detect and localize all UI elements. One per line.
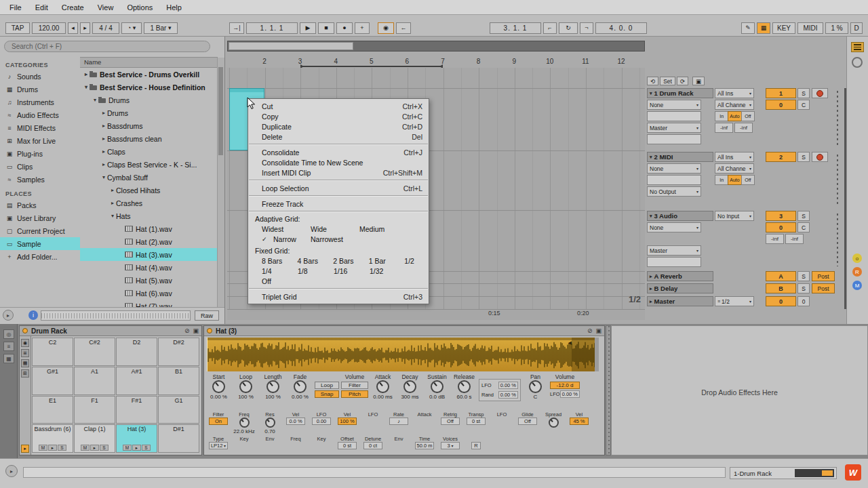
param-detune[interactable]: Detune0 ct bbox=[361, 436, 385, 449]
io-dropdown-no-output[interactable]: No Output▾ bbox=[647, 186, 701, 197]
loop-region-marker[interactable] bbox=[300, 66, 443, 67]
save-preset-icon[interactable]: ▣ bbox=[193, 327, 199, 334]
filter-page-button[interactable]: Filter bbox=[341, 382, 368, 389]
info-toggle-button[interactable]: i bbox=[28, 310, 38, 320]
param-time[interactable]: Time50.0 m bbox=[412, 436, 437, 449]
menu-item-insert-midi-clip[interactable]: Insert MIDI ClipCtrl+Shift+M bbox=[248, 167, 429, 178]
scrollbar-thumb[interactable] bbox=[218, 67, 223, 155]
menu-help[interactable]: Help bbox=[159, 1, 189, 14]
category-plug-ins[interactable]: ▣Plug-ins bbox=[0, 147, 80, 160]
raw-button[interactable]: Raw bbox=[195, 310, 219, 321]
rack-play-icon[interactable]: ▸ bbox=[21, 445, 29, 453]
menu-item-triplet-grid[interactable]: Triplet GridCtrl+3 bbox=[248, 291, 429, 302]
post-button[interactable]: Post bbox=[812, 271, 835, 281]
collapse-arrow-icon[interactable]: ▾ bbox=[650, 214, 652, 219]
macro-view-icon[interactable]: ◉ bbox=[21, 339, 29, 347]
param-value[interactable]: Off bbox=[441, 418, 460, 425]
tree-item-hat-2-wav[interactable]: Hat (2).wav bbox=[80, 235, 218, 248]
expander-icon[interactable]: ▸ bbox=[109, 187, 116, 193]
menu-edit[interactable]: Edit bbox=[28, 1, 55, 14]
track-number-badge[interactable]: 3 bbox=[766, 211, 796, 221]
collapse-arrow-icon[interactable]: ▸ bbox=[650, 286, 652, 291]
solo-button[interactable]: S bbox=[797, 283, 810, 293]
track-name[interactable]: ▸A Reverb bbox=[647, 271, 713, 281]
param-r[interactable]: R bbox=[464, 436, 488, 449]
param-voices[interactable]: Voices3 ▾ bbox=[438, 436, 462, 449]
expander-icon[interactable]: ▸ bbox=[109, 200, 116, 206]
track-name[interactable]: ▾3 Audio bbox=[647, 211, 713, 221]
drum-pad-e1[interactable]: E1 bbox=[32, 396, 73, 424]
chain-list-icon[interactable]: ≡ bbox=[3, 342, 14, 351]
solo-button[interactable]: S bbox=[797, 211, 810, 221]
param-offset[interactable]: Offset0 st bbox=[335, 436, 359, 449]
tree-item-bassdrums-clean[interactable]: ▸Bassdrums clean bbox=[80, 132, 218, 145]
tempo-display[interactable]: 120.00 bbox=[32, 22, 66, 34]
drum-rack-title-bar[interactable]: Drum Rack ⊘ ▣ bbox=[20, 326, 201, 336]
param-rate[interactable]: Rate♪ bbox=[387, 411, 411, 425]
set-locator-button[interactable]: Set bbox=[660, 77, 675, 85]
drum-pad-f-1[interactable]: F#1 bbox=[116, 396, 157, 424]
param-attack[interactable]: Attack bbox=[412, 411, 437, 418]
menu-option-widest[interactable]: Widest bbox=[262, 225, 311, 233]
name-column-header[interactable]: Name bbox=[80, 57, 218, 68]
arm-button[interactable] bbox=[812, 152, 828, 162]
solo-button[interactable]: S bbox=[797, 271, 810, 281]
collapse-arrow-icon[interactable]: ▾ bbox=[650, 155, 652, 160]
param-value[interactable]: ♪ bbox=[389, 418, 408, 425]
decay-knob[interactable] bbox=[403, 380, 416, 393]
lfo-value[interactable]: 0.00 % bbox=[498, 391, 518, 399]
key-map-button[interactable]: KEY bbox=[772, 22, 795, 34]
tree-item-hat-4-wav[interactable]: Hat (4).wav bbox=[80, 261, 218, 274]
category-instruments[interactable]: ♫Instruments bbox=[0, 96, 80, 108]
collapse-arrow-icon[interactable]: ▸ bbox=[650, 274, 652, 279]
solo-button[interactable]: S bbox=[797, 152, 810, 162]
drum-pad-a1[interactable]: A1 bbox=[74, 367, 115, 395]
collapse-arrow-icon[interactable]: ▾ bbox=[650, 91, 652, 96]
mute-button[interactable]: M bbox=[39, 445, 47, 451]
expander-icon[interactable]: ▾ bbox=[109, 213, 116, 219]
snap-button[interactable]: Snap bbox=[315, 390, 339, 398]
drum-pad-c-2[interactable]: C#2 bbox=[74, 338, 115, 366]
menu-option-1-4[interactable]: 1/4 bbox=[262, 267, 298, 275]
menu-view[interactable]: View bbox=[91, 1, 121, 14]
place-add-folder[interactable]: +Add Folder... bbox=[0, 250, 80, 263]
arrangement-overview[interactable] bbox=[227, 41, 645, 52]
param-vel[interactable]: Vel0.0 % bbox=[283, 411, 308, 425]
stop-button[interactable]: ■ bbox=[318, 22, 334, 34]
punch-out-button[interactable]: ¬ bbox=[580, 22, 593, 34]
place-user-library[interactable]: ▣User Library bbox=[0, 211, 80, 224]
menu-option-1-16[interactable]: 1/16 bbox=[334, 267, 370, 275]
attack-knob[interactable] bbox=[376, 380, 389, 393]
param-value[interactable]: 50.0 m bbox=[415, 442, 435, 449]
pad-view-icon[interactable]: ▦ bbox=[3, 354, 14, 363]
sustain-knob[interactable] bbox=[431, 380, 443, 393]
param-key[interactable]: Key bbox=[309, 436, 334, 442]
track-number-badge[interactable]: 0 bbox=[766, 100, 796, 110]
io-dropdown-all-ins[interactable]: All Ins▾ bbox=[715, 152, 754, 162]
category-max-for-live[interactable]: ⊞Max for Live bbox=[0, 134, 80, 147]
menu-option-1-bar[interactable]: 1 Bar bbox=[369, 257, 405, 265]
track-number-badge[interactable]: 1 bbox=[766, 88, 796, 98]
drum-pad-g-1[interactable]: G#1 bbox=[32, 367, 73, 395]
previous-locator-button[interactable]: ⟲ bbox=[647, 77, 658, 85]
menu-option-2-bars[interactable]: 2 Bars bbox=[333, 257, 369, 265]
fade-knob[interactable] bbox=[294, 380, 307, 393]
tree-item-drums[interactable]: ▾Drums bbox=[80, 94, 218, 106]
param-spread[interactable]: Spread bbox=[541, 411, 566, 428]
expander-icon[interactable]: ▸ bbox=[100, 148, 107, 155]
param-type[interactable]: TypeLP12 ▾ bbox=[206, 436, 231, 449]
sample-title-bar[interactable]: Hat (3) ⊘ ▣ bbox=[204, 326, 604, 336]
io-view-icon[interactable]: ⊞ bbox=[21, 369, 29, 378]
tree-item-hats[interactable]: ▾Hats bbox=[80, 209, 218, 222]
spread-knob[interactable] bbox=[549, 418, 559, 428]
punch-in-button[interactable]: ⌐ bbox=[543, 22, 557, 34]
expander-icon[interactable]: ▸ bbox=[100, 123, 107, 129]
param-vel[interactable]: Vel100 % bbox=[335, 411, 359, 425]
lock-icon[interactable]: ▣ bbox=[692, 77, 705, 85]
computer-midi-keyboard-button[interactable]: ▦ bbox=[757, 22, 770, 34]
expander-icon[interactable]: ▾ bbox=[92, 97, 98, 103]
device-on-icon[interactable] bbox=[22, 328, 28, 333]
loop-button[interactable]: Loop bbox=[315, 382, 339, 389]
expander-icon[interactable]: ▾ bbox=[100, 174, 107, 180]
lfo-value[interactable]: 0.00 % bbox=[560, 390, 580, 398]
